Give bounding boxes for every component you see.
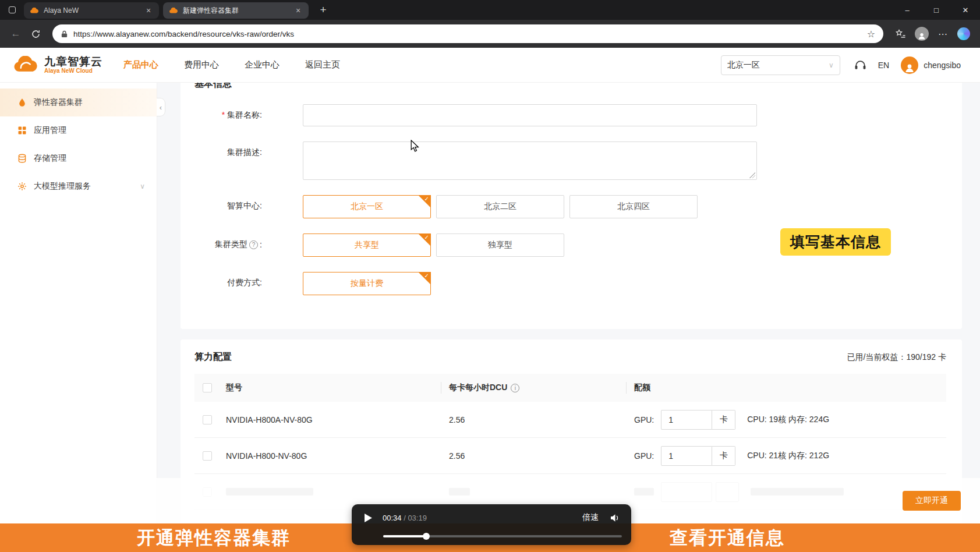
option-dedicated-type[interactable]: 独享型 xyxy=(436,233,564,257)
sidebar-item-app-management[interactable]: 应用管理 xyxy=(0,116,157,144)
region-select[interactable]: 北京一区 ∨ xyxy=(721,55,840,75)
check-icon: ✓ xyxy=(424,234,429,240)
cluster-type-label-text: 集群类型 xyxy=(215,239,247,250)
browser-profile-button[interactable] xyxy=(912,25,931,43)
new-tab-button[interactable]: + xyxy=(316,3,331,16)
sidebar-item-model-inference[interactable]: 大模型推理服务 ∨ xyxy=(0,172,157,200)
tab-close-icon[interactable]: × xyxy=(144,6,153,15)
sidebar-item-label: 应用管理 xyxy=(34,125,66,136)
speaker-icon xyxy=(610,514,621,522)
sidebar-collapse-handle[interactable]: ‹ xyxy=(157,98,165,116)
browser-tab-alaya[interactable]: Alaya NeW × xyxy=(24,2,159,19)
required-asterisk: * xyxy=(222,110,225,119)
header-checkbox-cell xyxy=(194,383,218,392)
compute-config-head: 算力配置 已用/当前权益：190/192 卡 xyxy=(194,351,946,363)
cluster-name-label: *集群名称: xyxy=(194,104,262,121)
cluster-type-label: 集群类型 ? : xyxy=(194,233,262,250)
browser-tab-active[interactable]: 新建弹性容器集群 × xyxy=(163,2,309,19)
video-time-total: 03:19 xyxy=(408,514,427,522)
cpu-memory-spec: CPU: 19核 内存: 224G xyxy=(747,415,829,425)
main-nav: 产品中心 费用中心 企业中心 返回主页 xyxy=(123,59,340,70)
option-beijing-2[interactable]: 北京二区 xyxy=(436,195,564,218)
site-info-lock-icon[interactable] xyxy=(61,30,68,38)
option-label: 按量计费 xyxy=(351,278,383,289)
gear-icon xyxy=(17,182,27,191)
option-label: 共享型 xyxy=(355,240,379,250)
info-icon[interactable]: i xyxy=(511,384,519,392)
browser-menu-button[interactable]: ⋯ xyxy=(933,25,952,43)
option-label: 北京四区 xyxy=(617,201,650,212)
nav-item-billing[interactable]: 费用中心 xyxy=(184,59,219,70)
gpu-quantity-input[interactable] xyxy=(661,410,712,430)
url-text[interactable]: https://www.alayanew.com/backend/resourc… xyxy=(73,30,862,38)
site-logo[interactable]: 九章智算云 Alaya NeW Cloud xyxy=(13,56,102,74)
cluster-desc-textarea[interactable] xyxy=(303,141,757,180)
video-progress-handle[interactable] xyxy=(423,533,430,540)
address-bar[interactable]: https://www.alayanew.com/backend/resourc… xyxy=(52,24,883,43)
option-beijing-1[interactable]: 北京一区 ✓ xyxy=(303,195,431,218)
resize-grip-icon[interactable] xyxy=(749,172,755,178)
quota-summary: 已用/当前权益：190/192 卡 xyxy=(847,352,946,363)
check-icon: ✓ xyxy=(424,196,429,202)
favorites-bar-button[interactable] xyxy=(891,25,910,43)
option-pay-as-you-go[interactable]: 按量计费 ✓ xyxy=(303,272,431,295)
cluster-name-field xyxy=(303,104,757,126)
favicon-cloud-icon xyxy=(30,8,39,14)
header-dcu-text: 每卡每小时DCU xyxy=(449,383,507,393)
support-headset-button[interactable] xyxy=(854,59,866,70)
reload-button[interactable] xyxy=(27,25,44,43)
video-time: 00:34 / 03:19 xyxy=(383,514,427,522)
play-icon[interactable] xyxy=(365,514,372,522)
bookmark-star-icon[interactable]: ☆ xyxy=(867,29,875,40)
header-model: 型号 xyxy=(218,383,441,393)
sidebar-item-container-cluster[interactable]: 弹性容器集群 xyxy=(0,89,157,116)
option-shared-type[interactable]: 共享型 ✓ xyxy=(303,233,431,257)
section-title-basic-info: 基本信息 xyxy=(194,83,946,90)
window-maximize-button[interactable]: □ xyxy=(922,0,951,20)
tab-close-icon[interactable]: × xyxy=(293,6,303,15)
row-checkbox[interactable] xyxy=(203,415,212,424)
video-player[interactable]: 00:34 / 03:19 倍速 xyxy=(352,504,631,545)
caption-right: 查看开通信息 xyxy=(670,523,785,552)
username[interactable]: chengsibo xyxy=(924,61,961,70)
tab-workspaces-icon[interactable] xyxy=(5,2,20,17)
gpu-unit-addon: 卡 xyxy=(712,446,735,466)
chevron-down-icon: ∨ xyxy=(140,182,145,190)
row-quota: GPU: 卡 CPU: 19核 内存: 224G xyxy=(626,410,946,430)
nav-item-enterprise[interactable]: 企业中心 xyxy=(245,59,280,70)
nav-item-home[interactable]: 返回主页 xyxy=(305,59,340,70)
volume-button[interactable] xyxy=(610,514,621,522)
cluster-name-input[interactable] xyxy=(303,104,757,126)
copilot-button[interactable] xyxy=(954,25,973,43)
sidebar-item-label: 大模型推理服务 xyxy=(34,181,91,192)
site-header: 九章智算云 Alaya NeW Cloud 产品中心 费用中心 企业中心 返回主… xyxy=(0,48,980,83)
brand-text: 九章智算云 Alaya NeW Cloud xyxy=(44,56,102,74)
playback-speed-button[interactable]: 倍速 xyxy=(582,512,599,523)
container-cluster-icon xyxy=(17,98,27,107)
row-checkbox[interactable] xyxy=(203,451,212,461)
cluster-desc-row: 集群描述: xyxy=(194,141,946,180)
nav-item-products[interactable]: 产品中心 xyxy=(123,59,158,70)
window-minimize-button[interactable]: – xyxy=(893,0,922,20)
back-button[interactable]: ← xyxy=(7,25,24,43)
profile-avatar xyxy=(915,27,929,41)
table-row-h800a: NVIDIA-H800A-NV-80G 2.56 GPU: 卡 CPU: 19核… xyxy=(194,402,946,438)
pay-method-label: 付费方式: xyxy=(194,272,262,288)
window-close-button[interactable]: ✕ xyxy=(951,0,980,20)
activate-now-button[interactable]: 立即开通 xyxy=(903,491,961,511)
gpu-quantity-input[interactable] xyxy=(661,446,712,466)
help-question-icon[interactable]: ? xyxy=(249,240,258,249)
option-label: 北京一区 xyxy=(351,201,383,212)
tutorial-highlight-annotation: 填写基本信息 xyxy=(780,228,891,256)
sidebar-item-storage-management[interactable]: 存储管理 xyxy=(0,144,157,172)
person-icon xyxy=(904,62,915,74)
gpu-unit-addon: 卡 xyxy=(712,410,735,430)
option-beijing-4[interactable]: 北京四区 xyxy=(569,195,698,218)
language-toggle[interactable]: EN xyxy=(878,61,889,70)
user-avatar[interactable] xyxy=(901,56,918,74)
video-progress-bar[interactable] xyxy=(383,535,622,537)
select-all-checkbox[interactable] xyxy=(203,383,212,392)
table-row-h800: NVIDIA-H800-NV-80G 2.56 GPU: 卡 CPU: 21核 … xyxy=(194,438,946,474)
label-colon: : xyxy=(260,240,262,249)
pay-method-row: 付费方式: 按量计费 ✓ xyxy=(194,272,946,295)
